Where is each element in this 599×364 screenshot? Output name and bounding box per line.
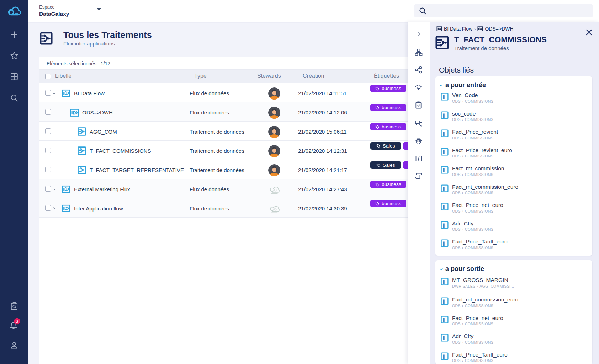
svg-text:3: 3 — [16, 319, 18, 324]
